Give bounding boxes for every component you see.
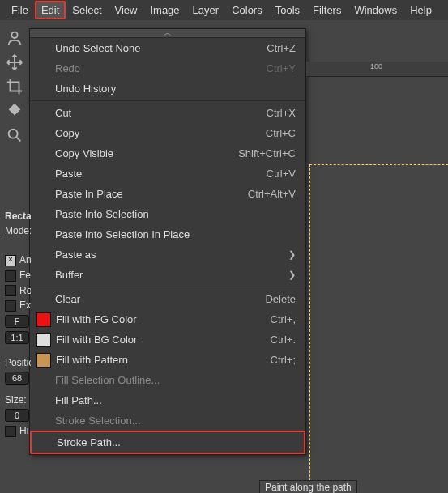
menu-accelerator: Shift+Ctrl+C [238,147,296,159]
canvas-area: 100 [306,49,448,493]
menu-item-label: Clear [55,293,265,305]
menu-tools[interactable]: Tools [269,1,306,19]
menu-accelerator: Ctrl+Z [267,42,296,54]
menu-item-label: Fill with BG Color [56,334,271,346]
menu-item-fill-path[interactable]: Fill Path... [30,390,305,410]
option-label: An [19,254,31,266]
ruler-horizontal: 100 [306,62,448,77]
move-tool-icon[interactable] [6,53,23,71]
toolbox [0,26,29,147]
menu-separator [30,287,305,287]
menu-image[interactable]: Image [143,1,186,19]
position-label: Positio [0,355,31,370]
menu-item-fill-with-fg-color[interactable]: Fill with FG ColorCtrl+, [30,309,305,329]
menu-item-undo-history[interactable]: Undo History [30,79,305,99]
menu-item-undo-select-none[interactable]: Undo Select NoneCtrl+Z [30,38,305,58]
color-swatch [36,353,51,368]
svg-point-1 [9,130,18,138]
submenu-arrow-icon: ❯ [288,270,296,280]
checkbox[interactable] [5,285,16,296]
menu-item-paste-into-selection[interactable]: Paste Into Selection [30,204,305,224]
menu-colors[interactable]: Colors [225,1,269,19]
menu-filters[interactable]: Filters [306,1,348,19]
menu-item-paste-as[interactable]: Paste as❯ [30,244,305,265]
crop-tool-icon[interactable] [6,78,23,96]
option-row: Fe [0,268,31,283]
menu-item-label: Paste Into Selection In Place [55,228,296,240]
menu-accelerator: Ctrl+. [271,334,296,346]
menu-file[interactable]: File [5,1,35,19]
menu-item-buffer[interactable]: Buffer❯ [30,265,305,285]
menu-item-label: Stroke Path... [57,436,294,448]
menu-item-paste-into-selection-in-place[interactable]: Paste Into Selection In Place [30,224,305,244]
menu-item-paste-in-place[interactable]: Paste In PlaceCtrl+Alt+V [30,184,305,204]
statusbar-tooltip: Paint along the path [259,480,357,493]
zoom-tool-icon[interactable] [6,126,23,144]
menu-item-copy[interactable]: CopyCtrl+C [30,123,305,143]
tool-options-panel: Recta Mode: ×AnFeRoEx F 1:1 Positio 68 S… [0,209,31,439]
menu-item-label: Fill Selection Outline... [55,374,296,386]
checkbox[interactable] [5,426,16,437]
menu-help[interactable]: Help [403,1,438,19]
menu-item-label: Paste Into Selection [55,208,296,220]
dropdown-detach-handle[interactable]: ︿ [30,29,305,38]
menu-accelerator: Ctrl+Y [267,62,296,74]
menu-layer[interactable]: Layer [186,1,226,19]
menubar[interactable]: File Edit Select View Image Layer Colors… [0,0,448,20]
menu-item-label: Fill with Pattern [56,354,271,366]
menu-item-label: Cut [55,107,267,119]
menu-item-label: Paste as [55,249,288,261]
menu-accelerator: Delete [265,293,296,305]
edit-dropdown[interactable]: ︿ Undo Select NoneCtrl+ZRedoCtrl+YUndo H… [29,28,306,455]
menu-item-fill-with-bg-color[interactable]: Fill with BG ColorCtrl+. [30,329,305,350]
checkbox[interactable] [5,300,16,312]
size-label: Size: [0,393,31,407]
menu-item-label: Fill Path... [55,394,296,406]
option-row: ×An [0,253,31,268]
menu-item-label: Stroke Selection... [55,414,296,427]
canvas-boundary [309,164,448,493]
menu-item-redo: RedoCtrl+Y [30,58,305,79]
menu-accelerator: Ctrl+C [266,127,296,139]
menu-item-clear[interactable]: ClearDelete [30,289,305,309]
menu-item-cut[interactable]: CutCtrl+X [30,103,305,123]
menu-item-label: Undo Select None [55,42,267,54]
checkbox[interactable] [5,270,16,282]
menu-item-copy-visible[interactable]: Copy VisibleShift+Ctrl+C [30,143,305,164]
menu-edit[interactable]: Edit [35,1,66,19]
fixed-button[interactable]: F [5,315,29,328]
menu-accelerator: Ctrl+Alt+V [248,188,296,200]
menu-item-label: Paste [55,168,267,180]
color-swatch [36,312,51,327]
option-label: Fe [19,270,31,281]
menu-item-label: Paste In Place [55,188,248,200]
menu-view[interactable]: View [109,1,144,19]
aspect-ratio-field[interactable]: 1:1 [5,331,29,344]
mode-label: Mode: [0,223,31,238]
submenu-arrow-icon: ❯ [288,249,296,260]
menu-item-fill-with-pattern[interactable]: Fill with PatternCtrl+; [30,350,305,370]
checkbox[interactable]: × [5,255,16,266]
menu-accelerator: Ctrl+V [267,168,296,180]
menu-windows[interactable]: Windows [348,1,403,19]
user-icon[interactable] [6,29,23,47]
option-row: Ex [0,298,31,313]
menu-item-label: Copy Visible [55,147,238,159]
menu-select[interactable]: Select [66,1,108,19]
svg-point-0 [11,32,17,38]
menu-item-label: Fill with FG Color [56,313,271,325]
color-swatch [36,333,51,347]
menu-item-paste[interactable]: PasteCtrl+V [30,164,305,184]
size-value[interactable]: 0 [5,409,29,422]
menu-item-stroke-selection: Stroke Selection... [30,410,305,431]
menu-accelerator: Ctrl+X [267,107,296,119]
menu-separator [30,100,305,101]
menu-item-stroke-path[interactable]: Stroke Path... [30,431,305,454]
tool-options-title: Recta [0,209,31,223]
bucket-tool-icon[interactable] [6,102,23,120]
option-label: Hi [19,425,28,436]
position-value[interactable]: 68 [5,372,29,385]
menu-item-label: Redo [55,62,267,74]
menu-item-label: Copy [55,127,266,139]
menu-item-label: Buffer [55,269,288,281]
